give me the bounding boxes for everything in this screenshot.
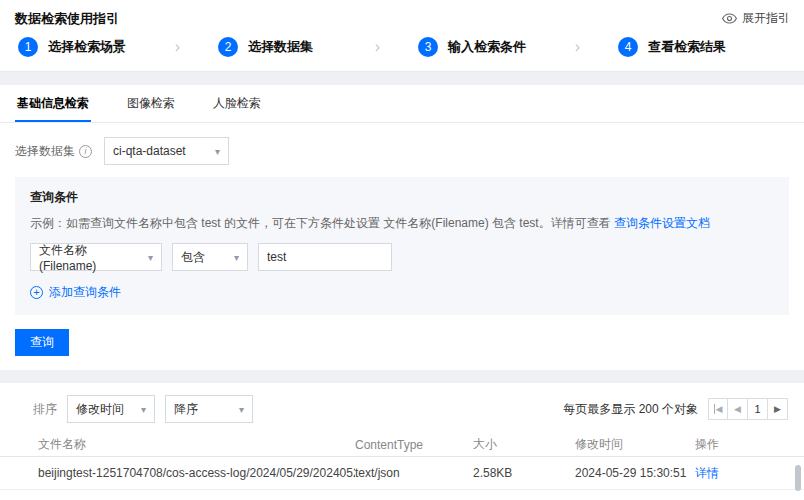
table-row: beijingtest-1251704708/cos-access-log/20… — [0, 490, 804, 500]
tab-face-search[interactable]: 人脸检索 — [211, 85, 263, 122]
step-4-label: 查看检索结果 — [648, 38, 726, 56]
pagination: ◀ ◀ 1 ▶ — [708, 398, 788, 420]
file-name: beijingtest-1251704708/cos-access-log/20… — [38, 466, 355, 480]
step-1-label: 选择检索场景 — [48, 38, 126, 56]
condition-operator-value: 包含 — [181, 249, 205, 266]
step-4-badge: 4 — [618, 37, 638, 57]
condition-field-select[interactable]: 文件名称(Filename) ▾ — [30, 243, 162, 271]
sort-field-value: 修改时间 — [76, 401, 124, 418]
first-page-icon: ◀ — [714, 404, 723, 414]
tab-image-search[interactable]: 图像检索 — [125, 85, 177, 122]
plus-circle-icon: + — [30, 286, 43, 299]
add-condition-button[interactable]: + 添加查询条件 — [30, 284, 774, 301]
guide-header: 数据检索使用指引 展开指引 1 选择检索场景 › 2 选择数据集 › 3 输入检… — [0, 0, 804, 72]
col-header-size: 大小 — [473, 436, 575, 453]
expand-guide-label: 展开指引 — [742, 10, 790, 27]
next-page-button[interactable]: ▶ — [768, 398, 788, 420]
info-icon[interactable]: i — [79, 145, 92, 158]
search-tabs: 基础信息检索 图像检索 人脸检索 — [0, 85, 804, 123]
step-4: 4 查看检索结果 — [618, 37, 726, 57]
detail-link[interactable]: 详情 — [695, 466, 719, 480]
chevron-right-icon: › — [175, 39, 180, 55]
prev-page-icon: ◀ — [734, 404, 741, 414]
sort-order-select[interactable]: 降序 ▾ — [165, 395, 253, 423]
step-1-badge: 1 — [18, 37, 38, 57]
step-3-badge: 3 — [418, 37, 438, 57]
step-2: 2 选择数据集 › — [218, 37, 418, 57]
query-condition-controls: 文件名称(Filename) ▾ 包含 ▾ — [30, 243, 774, 271]
guide-steps: 1 选择检索场景 › 2 选择数据集 › 3 输入检索条件 › 4 查看检索结果 — [18, 37, 726, 57]
dataset-row: 选择数据集 i ci-qta-dataset ▾ — [15, 137, 789, 165]
search-panel: 基础信息检索 图像检索 人脸检索 选择数据集 i ci-qta-dataset … — [0, 85, 804, 370]
sort-label: 排序 — [33, 401, 57, 418]
step-3-label: 输入检索条件 — [448, 38, 526, 56]
step-2-badge: 2 — [218, 37, 238, 57]
query-condition-panel: 查询条件 示例：如需查询文件名称中包含 test 的文件，可在下方条件处设置 文… — [15, 177, 789, 315]
results-panel: 排序 修改时间 ▾ 降序 ▾ 每页最多显示 200 个对象 ◀ ◀ 1 ▶ — [0, 383, 804, 500]
step-3: 3 输入检索条件 › — [418, 37, 618, 57]
current-page-indicator[interactable]: 1 — [748, 398, 768, 420]
chevron-right-icon: › — [375, 39, 380, 55]
col-header-action: 操作 — [695, 436, 804, 453]
results-toolbar: 排序 修改时间 ▾ 降序 ▾ 每页最多显示 200 个对象 ◀ ◀ 1 ▶ — [0, 395, 804, 423]
caret-down-icon: ▾ — [138, 252, 153, 263]
col-header-filename: 文件名称 — [38, 436, 355, 453]
dataset-select[interactable]: ci-qta-dataset ▾ — [104, 137, 229, 165]
sort-order-value: 降序 — [174, 401, 198, 418]
table-row: beijingtest-1251704708/cos-access-log/20… — [0, 457, 804, 490]
col-header-contenttype: ContentType — [355, 438, 473, 452]
table-header-row: 文件名称 ContentType 大小 修改时间 操作 — [0, 433, 804, 457]
expand-guide-button[interactable]: 展开指引 — [722, 10, 790, 27]
caret-down-icon: ▾ — [229, 404, 244, 415]
page-size-text: 每页最多显示 200 个对象 — [563, 401, 698, 418]
query-condition-title: 查询条件 — [30, 189, 774, 206]
col-header-mtime: 修改时间 — [575, 436, 695, 453]
caret-down-icon: ▾ — [131, 404, 146, 415]
condition-operator-select[interactable]: 包含 ▾ — [172, 243, 248, 271]
eye-icon — [722, 13, 737, 24]
sort-field-select[interactable]: 修改时间 ▾ — [67, 395, 155, 423]
step-2-label: 选择数据集 — [248, 38, 313, 56]
vertical-scrollbar-thumb[interactable] — [795, 465, 801, 491]
step-1: 1 选择检索场景 › — [18, 37, 218, 57]
add-condition-label: 添加查询条件 — [49, 284, 121, 301]
dataset-select-value: ci-qta-dataset — [113, 144, 186, 158]
modified-time: 2024-05-29 15:30:51 — [575, 466, 695, 480]
condition-field-value: 文件名称(Filename) — [39, 242, 138, 273]
content-type: text/json — [355, 466, 473, 480]
page-title: 数据检索使用指引 — [15, 10, 119, 28]
search-button[interactable]: 查询 — [15, 329, 69, 356]
results-table: 文件名称 ContentType 大小 修改时间 操作 beijingtest-… — [0, 433, 804, 500]
prev-page-button[interactable]: ◀ — [728, 398, 748, 420]
caret-down-icon: ▾ — [205, 146, 220, 157]
example-text: 示例：如需查询文件名称中包含 test 的文件，可在下方条件处设置 文件名称(F… — [30, 216, 614, 230]
file-size: 2.58KB — [473, 466, 575, 480]
caret-down-icon: ▾ — [224, 252, 239, 263]
condition-keyword-input[interactable] — [258, 243, 392, 271]
query-condition-example: 示例：如需查询文件名称中包含 test 的文件，可在下方条件处设置 文件名称(F… — [30, 215, 774, 232]
tab-basic-info-search[interactable]: 基础信息检索 — [15, 85, 91, 122]
chevron-right-icon: › — [575, 39, 580, 55]
condition-docs-link[interactable]: 查询条件设置文档 — [614, 216, 710, 230]
first-page-button[interactable]: ◀ — [708, 398, 728, 420]
dataset-label: 选择数据集 — [15, 143, 75, 160]
pagination-area: 每页最多显示 200 个对象 ◀ ◀ 1 ▶ — [563, 398, 788, 420]
next-page-icon: ▶ — [774, 404, 781, 414]
